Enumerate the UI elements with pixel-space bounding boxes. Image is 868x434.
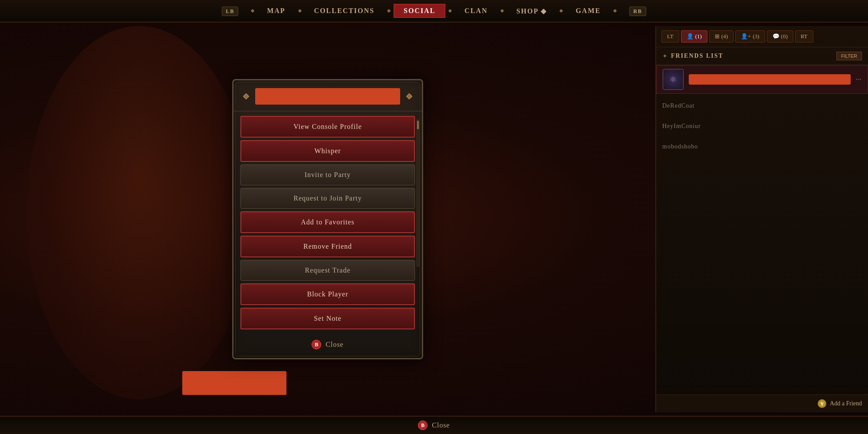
menu-scrollbar[interactable] (417, 119, 419, 267)
btn-remove-friend[interactable]: Remove Friend (240, 236, 415, 257)
nav-divider-2 (298, 9, 301, 13)
btn-whisper[interactable]: Whisper (240, 140, 415, 162)
friend-name-heyimconiur: HeyImConiur (662, 123, 701, 129)
friends-panel: LT 👤 (1) ⊞ (4) 👤+ (3) 💬 (0) RT ✦ FRIENDS… (655, 26, 868, 412)
friend-name-redacted (689, 74, 851, 85)
add-friend-bar: Y Add a Friend (656, 395, 868, 412)
friends-tabs: LT 👤 (1) ⊞ (4) 👤+ (3) 💬 (0) RT (656, 26, 868, 47)
close-label[interactable]: Close (326, 341, 343, 349)
nav-lb[interactable]: LB (212, 4, 248, 17)
bottom-b-button[interactable]: B (418, 421, 427, 430)
rt-label: RT (801, 33, 808, 40)
nav-game[interactable]: GAME (566, 4, 610, 17)
msg-icon: 💬 (773, 33, 779, 40)
btn-block-player[interactable]: Block Player (240, 283, 415, 305)
nav-divider-4 (448, 9, 452, 13)
menu-header (233, 80, 422, 112)
nav-collections[interactable]: COLLECTIONS (305, 4, 384, 17)
nav-divider-6 (559, 9, 563, 13)
header-diamond-left (243, 93, 249, 99)
tab-friends[interactable]: 👤 (1) (681, 30, 707, 43)
tab-lt[interactable]: LT (661, 30, 679, 43)
friends-list-content: DeRedCoat HeyImConiur mobodshobo (656, 94, 868, 158)
nav-clan[interactable]: CLAN (455, 4, 497, 17)
friends-list-header: ✦ FRIENDS LIST FILTER (656, 47, 868, 65)
friend-name-mobodshobo: mobodshobo (662, 143, 698, 150)
friend-avatar-highlighted: ⚛ (663, 69, 684, 90)
add-friend-label[interactable]: Add a Friend (830, 400, 862, 407)
msg-count: (0) (781, 33, 788, 40)
lt-label: LT (667, 33, 674, 40)
xbox-icon: ⊞ (715, 33, 720, 40)
friend-entry-highlighted[interactable]: ⚛ ··· (656, 65, 868, 94)
scrollbar-thumb (417, 121, 419, 129)
friend-item-heyimconiur[interactable]: HeyImConiur (656, 116, 868, 136)
friend-item-deredcoat[interactable]: DeRedCoat (656, 95, 868, 116)
nav-social[interactable]: SOCIAL (394, 4, 445, 18)
nav-rb[interactable]: RB (620, 4, 656, 17)
header-diamond-right (406, 93, 412, 99)
friend-name-deredcoat: DeRedCoat (662, 102, 694, 109)
nav-divider (251, 9, 254, 13)
bottom-bar: B Close (0, 416, 868, 434)
btn-request-join-party[interactable]: Request to Join Party (240, 188, 415, 209)
nav-divider-3 (387, 9, 391, 13)
modal-overlay: View Console Profile Whisper Invite to P… (0, 23, 655, 416)
top-navigation: LB MAP COLLECTIONS SOCIAL CLAN SHOP ◆ GA… (0, 0, 868, 23)
pending-count: (3) (753, 33, 759, 40)
tab-rt[interactable]: RT (795, 30, 813, 43)
menu-footer: B Close (233, 334, 422, 349)
friends-filter-btn[interactable]: FILTER (836, 52, 862, 60)
context-menu: View Console Profile Whisper Invite to P… (232, 79, 423, 359)
b-button-close[interactable]: B (312, 340, 321, 349)
btn-add-favorites[interactable]: Add to Favorites (240, 211, 415, 233)
btn-request-trade[interactable]: Request Trade (240, 260, 415, 281)
tab-xbox[interactable]: ⊞ (4) (709, 30, 733, 43)
nav-map[interactable]: MAP (257, 4, 295, 17)
nav-divider-7 (613, 9, 617, 13)
friend-item-mobodshobo[interactable]: mobodshobo (656, 136, 868, 157)
menu-items-list: View Console Profile Whisper Invite to P… (233, 112, 422, 334)
tab-messages[interactable]: 💬 (0) (767, 30, 793, 43)
xbox-count: (4) (721, 33, 728, 40)
friend-more-options[interactable]: ··· (856, 75, 862, 84)
friends-header-icon: ✦ (662, 53, 667, 60)
btn-invite-party[interactable]: Invite to Party (240, 164, 415, 185)
atom-icon: ⚛ (669, 74, 677, 85)
btn-view-console-profile[interactable]: View Console Profile (240, 116, 415, 138)
y-button[interactable]: Y (818, 399, 826, 408)
player-name-redacted (255, 88, 400, 105)
tab-pending[interactable]: 👤+ (3) (735, 30, 765, 43)
friends-list-title: FRIENDS LIST (671, 53, 833, 59)
friends-icon: 👤 (687, 33, 694, 40)
friends-count: (1) (695, 33, 702, 40)
nav-shop[interactable]: SHOP ◆ (507, 4, 557, 18)
pending-icon: 👤+ (741, 33, 751, 40)
bottom-close-label[interactable]: Close (432, 421, 450, 429)
nav-divider-5 (500, 9, 503, 13)
btn-set-note[interactable]: Set Note (240, 308, 415, 329)
